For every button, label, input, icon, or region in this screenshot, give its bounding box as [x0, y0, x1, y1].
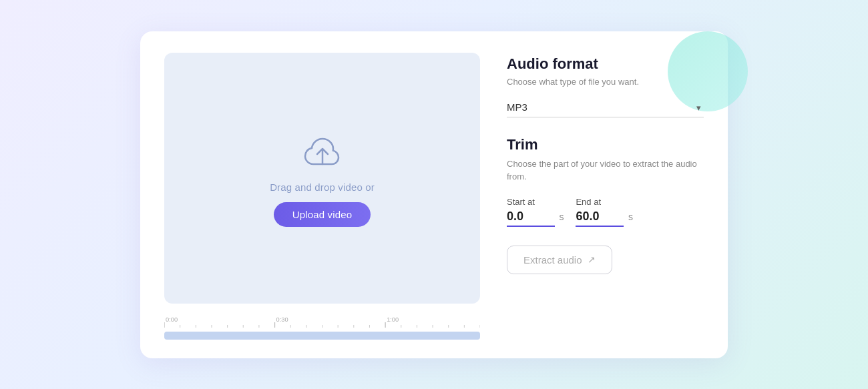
end-at-input-wrap: s — [576, 208, 632, 227]
end-at-unit: s — [628, 212, 633, 222]
svg-text:0:00: 0:00 — [166, 316, 178, 323]
extract-audio-button[interactable]: Extract audio ↗ — [507, 246, 612, 274]
trim-section: Trim Choose the part of your video to ex… — [507, 136, 704, 274]
upload-icon — [301, 129, 344, 172]
external-link-icon: ↗ — [588, 254, 596, 265]
timeline-bar[interactable] — [164, 332, 480, 340]
right-panel: Audio format Choose what type of file yo… — [507, 53, 704, 340]
card-inner: Drag and drop video or Upload video 0:00 — [164, 53, 704, 340]
drop-zone[interactable]: Drag and drop video or Upload video — [164, 53, 480, 304]
upload-video-button[interactable]: Upload video — [274, 202, 371, 227]
drag-drop-text: Drag and drop video or — [270, 181, 375, 193]
format-subtitle: Choose what type of file you want. — [507, 77, 704, 87]
format-section: Audio format Choose what type of file yo… — [507, 55, 704, 136]
timeline-wrap: 0:00 0:30 — [164, 316, 480, 340]
end-at-field: End at s — [576, 197, 632, 227]
extract-audio-label: Extract audio — [523, 254, 582, 266]
format-title: Audio format — [507, 55, 704, 73]
timeline-ruler: 0:00 0:30 — [164, 316, 480, 330]
trim-inputs: Start at s End at s — [507, 197, 704, 227]
start-at-unit: s — [559, 212, 564, 222]
svg-text:0:30: 0:30 — [276, 316, 288, 323]
svg-text:1:00: 1:00 — [387, 316, 399, 323]
main-card: Drag and drop video or Upload video 0:00 — [140, 31, 728, 358]
trim-subtitle: Choose the part of your video to extract… — [507, 157, 704, 183]
start-at-field: Start at s — [507, 197, 564, 227]
end-at-label: End at — [576, 197, 601, 207]
format-select-wrap: MP3 WAV AAC OGG FLAC ▾ — [507, 97, 704, 117]
format-select[interactable]: MP3 WAV AAC OGG FLAC — [507, 97, 704, 117]
end-at-input[interactable] — [576, 208, 624, 227]
start-at-label: Start at — [507, 197, 535, 207]
left-panel: Drag and drop video or Upload video 0:00 — [164, 53, 480, 340]
start-at-input-wrap: s — [507, 208, 564, 227]
start-at-input[interactable] — [507, 208, 555, 227]
trim-title: Trim — [507, 136, 704, 153]
